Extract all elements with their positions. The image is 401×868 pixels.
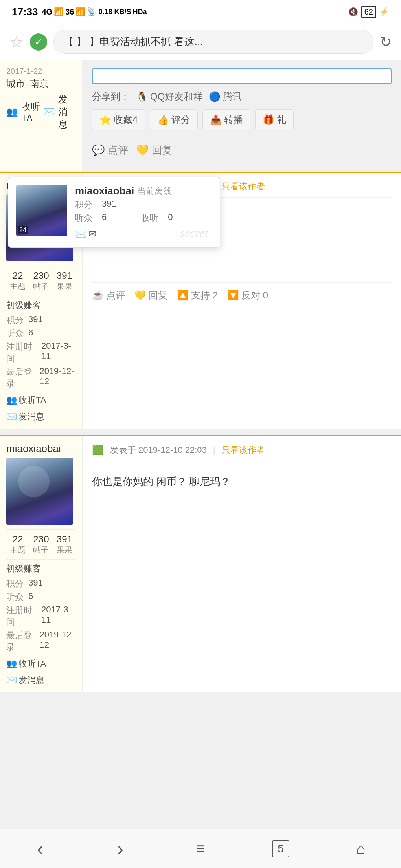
charging-icon: ⚡ <box>379 7 389 16</box>
url-text: 】 <box>76 36 86 48</box>
popup-msg-icon: ✉️ <box>75 229 87 240</box>
oppose-reaction[interactable]: 🔽 反对 0 <box>227 289 268 302</box>
send-msg-action-btn[interactable]: ✉️ 发消息 <box>6 411 44 423</box>
p2-send-msg-icon: ✉️ <box>6 675 17 685</box>
back-icon: ‹ <box>37 838 43 859</box>
repost-icon: 📤 <box>210 114 222 125</box>
reply-bubble-reaction-icon: 💛 <box>134 290 146 301</box>
forward-btn[interactable]: › <box>105 837 136 861</box>
gift-btn[interactable]: 🎁 礼 <box>255 109 294 130</box>
input-field-partial[interactable] <box>92 68 392 84</box>
partial-top-section: 2017-1-22 城市 南京 👥 收听TA ✉️ 发消息 分享到： 🐧 QQ好… <box>0 60 401 172</box>
comment-reaction[interactable]: ☕ 点评 <box>92 289 125 302</box>
p2-listen-ta-btn[interactable]: 👥 收听TA <box>6 658 46 670</box>
security-shield-icon: ✓ <box>30 33 47 51</box>
top-action-row: 👥 收听TA ✉️ 发消息 <box>6 93 76 131</box>
pages-box-icon: 5 <box>272 840 289 857</box>
post-2-regtime-row: 注册时间 2017-3-11 <box>6 604 76 628</box>
post-1-regtime-row: 注册时间 2017-3-11 <box>6 341 76 364</box>
support-reaction[interactable]: 🔼 支持 2 <box>177 289 218 302</box>
score-value: 391 <box>28 314 43 326</box>
post-2-username[interactable]: miaoxiaobai <box>6 443 76 455</box>
post-1-user-level: 初级赚客 <box>6 299 76 311</box>
post-1-score-row: 积分 391 <box>6 314 76 326</box>
popup-audience-value: 6 <box>102 212 107 224</box>
action-buttons-row: ⭐ 收藏4 👍 评分 📤 转播 🎁 礼 <box>92 109 392 130</box>
stat-fruits: 391 果果 <box>53 270 76 292</box>
listen-ta-btn[interactable]: 收听TA <box>21 100 40 124</box>
date-partial: 2017-1-22 <box>6 67 76 76</box>
lastlogin-label: 最后登录 <box>6 366 35 390</box>
popup-msg-btn[interactable]: ✉️ ✉ <box>75 229 96 240</box>
p2-score-label: 积分 <box>6 578 24 590</box>
post-2-date: 发表于 2019-12-10 22:03 <box>110 444 207 456</box>
post-2-sidebar: miaoxiaobai 22 主题 230 帖子 391 果果 初级赚客 积分 <box>0 436 83 692</box>
popup-score-label: 积分 <box>75 199 92 211</box>
p2-post-status-icon: 🟩 <box>92 445 104 456</box>
data-speed: 0.18 KB/S <box>98 8 131 16</box>
gift-label: 礼 <box>277 114 286 126</box>
back-btn[interactable]: ‹ <box>24 837 56 861</box>
home-btn[interactable]: ⌂ <box>345 837 377 861</box>
reply-reaction[interactable]: 💛 回复 <box>134 289 167 302</box>
post-1-reaction-row: ☕ 点评 💛 回复 🔼 支持 2 🔽 反对 0 <box>92 282 392 308</box>
time-display: 17:33 <box>12 6 38 18</box>
reply-bubble-icon: 💛 <box>136 144 149 156</box>
city-value: 南京 <box>30 77 49 90</box>
p2-regtime-label: 注册时间 <box>6 604 37 628</box>
bottom-navigation: ‹ › ≡ 5 ⌂ <box>0 829 401 868</box>
post-2-meta: 🟩 发表于 2019-12-10 22:03 | 只看该作者 <box>92 444 392 461</box>
p2-lastlogin-label: 最后登录 <box>6 630 35 653</box>
home-icon: ⌂ <box>356 840 366 857</box>
score-label: 积分 <box>6 314 24 326</box>
comment-reply-row-top: 💬 点评 💛 回复 <box>92 137 392 163</box>
post-2-lastlogin-row: 最后登录 2019-12-12 <box>6 630 76 653</box>
post-1-audience-row: 听众 6 <box>6 328 76 339</box>
wifi-icon: 📡 <box>87 7 97 16</box>
share-label: 分享到： <box>92 90 130 103</box>
mute-icon: 🔇 <box>348 7 358 16</box>
pages-btn[interactable]: 5 <box>265 837 296 861</box>
gift-icon: 🎁 <box>263 114 274 125</box>
rate-btn[interactable]: 👍 评分 <box>150 109 198 130</box>
author-only-link[interactable]: 只看该作者 <box>222 181 265 192</box>
audience-value: 6 <box>28 328 33 339</box>
refresh-icon[interactable]: ↻ <box>380 34 392 50</box>
comment-item[interactable]: 💬 点评 <box>92 143 128 157</box>
forward-icon: › <box>117 838 123 859</box>
popup-status: 当前离线 <box>137 185 172 197</box>
post-1-stats-row: 22 主题 230 帖子 391 果果 <box>6 266 76 296</box>
p2-author-only-link[interactable]: 只看该作者 <box>222 444 265 456</box>
popup-audience-label: 听众 <box>75 212 92 224</box>
share-tencent-btn[interactable]: 🔵 腾讯 <box>209 90 242 103</box>
bookmark-star-icon[interactable]: ☆ <box>9 33 24 51</box>
share-qq-btn[interactable]: 🐧 QQ好友和群 <box>136 90 202 103</box>
3g-icon: 36 <box>65 7 74 16</box>
mail-icon: ✉️ <box>43 106 55 117</box>
listen-ta-action-btn[interactable]: 👥 收听TA <box>6 394 46 406</box>
bottom-filler <box>0 692 401 732</box>
audience-label: 听众 <box>6 328 24 339</box>
post-2-avatar[interactable] <box>6 458 73 525</box>
reply-item[interactable]: 💛 回复 <box>136 143 172 157</box>
repost-btn[interactable]: 📤 转播 <box>202 109 250 130</box>
pages-count: 5 <box>278 842 284 855</box>
menu-btn[interactable]: ≡ <box>185 837 216 861</box>
signal-bars2: 📶 <box>75 7 85 16</box>
url-bar[interactable]: 【 】 】电费活动抓不抓 看这... <box>53 30 373 54</box>
reply-label: 回复 <box>152 143 172 157</box>
popup-username[interactable]: miaoxiaobai <box>75 185 134 197</box>
collect-btn[interactable]: ⭐ 收藏4 <box>92 109 145 130</box>
p2-meta-separator: | <box>213 445 215 455</box>
user-popup-card: miaoxiaobai 当前离线 积分 391 听众 6 收听 0 ✉️ <box>8 177 220 248</box>
tencent-label: 腾讯 <box>223 90 242 103</box>
post-2-audience-row: 听众 6 <box>6 591 76 603</box>
send-msg-btn[interactable]: 发消息 <box>58 93 76 131</box>
p2-lastlogin-value: 2019-12-12 <box>39 630 76 653</box>
popup-audience-collect-row: 听众 6 收听 0 <box>75 212 212 224</box>
star-icon: ⭐ <box>99 114 111 125</box>
p2-send-msg-btn[interactable]: ✉️ 发消息 <box>6 674 44 686</box>
qq-icon: 🐧 <box>136 91 148 102</box>
coffee-icon: ☕ <box>92 290 104 301</box>
stat-posts: 230 帖子 <box>29 270 53 292</box>
